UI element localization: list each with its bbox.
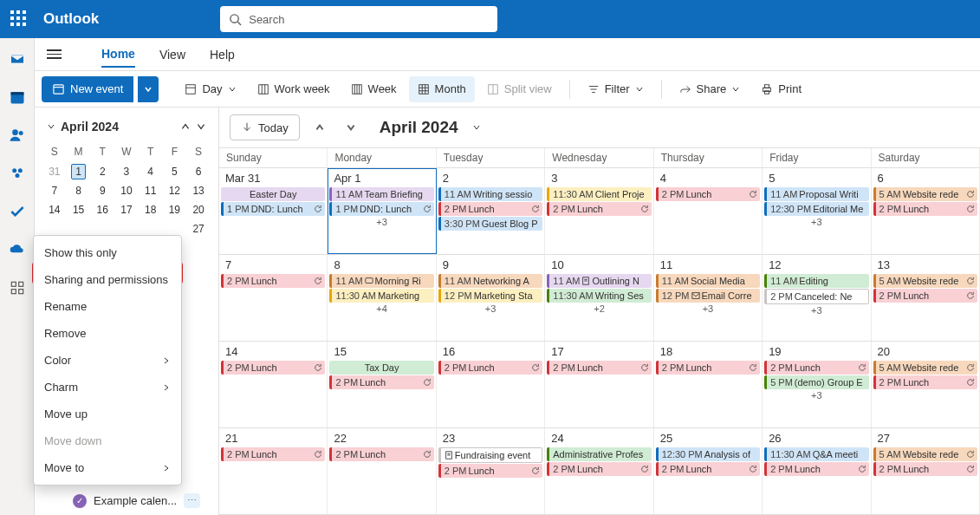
mini-day[interactable]: 16 bbox=[91, 201, 114, 218]
day-cell[interactable]: 212 PM Lunch bbox=[219, 428, 328, 514]
event[interactable]: 2 PM Lunch bbox=[873, 375, 977, 389]
event[interactable]: 12 PM Marketing Sta bbox=[438, 289, 542, 303]
mini-day[interactable]: 15 bbox=[68, 201, 90, 218]
event[interactable]: 5 AM Website rede bbox=[873, 447, 977, 461]
day-cell[interactable]: 72 PM Lunch bbox=[219, 255, 328, 341]
event[interactable]: 12 PM Email Corre bbox=[656, 289, 760, 303]
event[interactable]: 11:30 AM Marketing bbox=[329, 289, 433, 303]
event[interactable]: 11 AM Social Media bbox=[656, 274, 760, 288]
event[interactable]: 11:30 AM Q&A meeti bbox=[764, 447, 868, 461]
day-cell[interactable]: 192 PM Lunch5 PM (demo) Group E+3 bbox=[763, 342, 871, 427]
next-period-button[interactable] bbox=[340, 116, 362, 139]
menu-move-to[interactable]: Move to bbox=[34, 454, 181, 481]
mini-day[interactable]: 14 bbox=[43, 201, 66, 218]
chevron-down-icon[interactable] bbox=[47, 122, 55, 131]
event[interactable]: 11:30 AM Writing Ses bbox=[547, 289, 651, 303]
mini-day[interactable]: 6 bbox=[187, 163, 210, 180]
event[interactable]: 2 PM Lunch bbox=[547, 361, 651, 375]
mini-day[interactable]: 19 bbox=[164, 201, 186, 218]
mini-day[interactable]: 13 bbox=[187, 182, 210, 199]
event[interactable]: 2 PM Lunch bbox=[764, 361, 868, 375]
share-button[interactable]: Share bbox=[671, 76, 750, 102]
mini-day[interactable]: 3 bbox=[115, 163, 138, 180]
menu-charm[interactable]: Charm bbox=[34, 374, 181, 401]
mini-day[interactable]: 31 bbox=[43, 163, 66, 180]
day-cell[interactable]: 211 AM Writing sessio2 PM Lunch3:30 PM G… bbox=[437, 168, 545, 254]
new-event-dropdown[interactable] bbox=[138, 76, 159, 102]
event[interactable]: 5 AM Website rede bbox=[873, 361, 977, 375]
mini-day[interactable]: 9 bbox=[91, 182, 114, 199]
event[interactable]: 11 AM Editing bbox=[764, 274, 868, 288]
day-cell[interactable]: 182 PM Lunch bbox=[654, 342, 763, 427]
day-cell[interactable]: 24Administrative Profes2 PM Lunch bbox=[545, 428, 653, 514]
week-view-button[interactable]: Week bbox=[342, 76, 406, 102]
calendar-icon[interactable] bbox=[9, 88, 26, 106]
day-cell[interactable]: 222 PM Lunch bbox=[328, 428, 436, 514]
event[interactable]: Easter Day bbox=[221, 187, 325, 201]
menu-color[interactable]: Color bbox=[34, 347, 181, 374]
event[interactable]: 2 PM Lunch bbox=[873, 202, 977, 216]
day-cell[interactable]: 811 AM Morning Ri11:30 AM Marketing+4 bbox=[328, 255, 436, 341]
search-input[interactable]: Search bbox=[220, 6, 497, 32]
calendar-more-icon[interactable]: ⋯ bbox=[184, 493, 200, 508]
day-cell[interactable]: 1111 AM Social Media12 PM Email Corre+3 bbox=[654, 255, 763, 341]
event[interactable]: 5 AM Website rede bbox=[873, 274, 977, 288]
day-cell[interactable]: 172 PM Lunch bbox=[545, 342, 653, 427]
event[interactable]: 11 AM Outlining N bbox=[547, 274, 651, 288]
today-button[interactable]: Today bbox=[230, 114, 300, 140]
tab-home[interactable]: Home bbox=[101, 42, 135, 68]
menu-remove[interactable]: Remove bbox=[34, 320, 181, 347]
day-cell[interactable]: 205 AM Website rede2 PM Lunch bbox=[872, 342, 980, 427]
event[interactable]: Fundraising event bbox=[438, 447, 542, 463]
mini-day[interactable]: 17 bbox=[115, 201, 138, 218]
event[interactable]: 2 PM Lunch bbox=[221, 447, 325, 461]
day-view-button[interactable]: Day bbox=[176, 76, 244, 102]
day-cell[interactable]: 15Tax Day2 PM Lunch bbox=[328, 342, 436, 427]
mini-day[interactable]: 11 bbox=[140, 182, 162, 199]
day-cell[interactable]: Apr 111 AM Team Briefing1 PM DND: Lunch+… bbox=[328, 168, 436, 254]
print-button[interactable]: Print bbox=[752, 76, 810, 102]
menu-sharing-permissions[interactable]: Sharing and permissions bbox=[34, 266, 181, 293]
menu-rename[interactable]: Rename bbox=[34, 293, 181, 320]
day-cell[interactable]: 911 AM Networking A12 PM Marketing Sta+3 bbox=[437, 255, 545, 341]
month-view-button[interactable]: Month bbox=[409, 76, 475, 102]
event[interactable]: 1 PM DND: Lunch bbox=[221, 202, 325, 216]
mini-day[interactable]: 4 bbox=[140, 163, 162, 180]
next-month-icon[interactable] bbox=[196, 121, 206, 132]
day-cell[interactable]: 311:30 AM Client Proje2 PM Lunch bbox=[545, 168, 653, 254]
prev-month-icon[interactable] bbox=[180, 121, 191, 132]
day-cell[interactable]: 135 AM Website rede2 PM Lunch bbox=[872, 255, 980, 341]
event[interactable]: 2 PM Lunch bbox=[764, 462, 868, 476]
mini-day[interactable]: 10 bbox=[115, 182, 138, 199]
event[interactable]: 1 PM DND: Lunch bbox=[329, 202, 433, 216]
tab-view[interactable]: View bbox=[159, 42, 185, 67]
day-cell[interactable]: Mar 31Easter Day1 PM DND: Lunch bbox=[219, 168, 328, 254]
day-cell[interactable]: 2611:30 AM Q&A meeti2 PM Lunch bbox=[763, 428, 871, 514]
event[interactable]: 12:30 PM Analysis of bbox=[656, 447, 760, 461]
day-cell[interactable]: 142 PM Lunch bbox=[219, 342, 328, 427]
event[interactable]: 11 AM Writing sessio bbox=[438, 187, 542, 201]
event[interactable]: 5 PM (demo) Group E bbox=[764, 375, 868, 389]
event[interactable]: Tax Day bbox=[329, 361, 433, 375]
event[interactable]: 11 AM Morning Ri bbox=[329, 274, 433, 288]
more-events[interactable]: +3 bbox=[764, 390, 868, 401]
event[interactable]: 2 PM Lunch bbox=[547, 462, 651, 476]
event[interactable]: 2 PM Lunch bbox=[873, 462, 977, 476]
event[interactable]: 11 AM Proposal Writi bbox=[764, 187, 868, 201]
calendar-list-item[interactable]: ✓ Example calen... ⋯ bbox=[73, 493, 200, 508]
mini-calendar[interactable]: SMTWTFS 31123456789101112131415161718192… bbox=[42, 140, 211, 239]
day-cell[interactable]: 23Fundraising event2 PM Lunch bbox=[437, 428, 545, 514]
prev-period-button[interactable] bbox=[308, 116, 331, 139]
more-events[interactable]: +3 bbox=[329, 217, 433, 227]
event[interactable]: 2 PM Lunch bbox=[438, 202, 542, 216]
day-cell[interactable]: 42 PM Lunch bbox=[654, 168, 763, 254]
mail-icon[interactable] bbox=[9, 50, 26, 68]
more-events[interactable]: +2 bbox=[547, 303, 651, 314]
more-apps-icon[interactable] bbox=[9, 279, 26, 297]
tab-help[interactable]: Help bbox=[210, 42, 235, 67]
day-cell[interactable]: 162 PM Lunch bbox=[437, 342, 545, 427]
mini-day[interactable]: 7 bbox=[43, 182, 66, 199]
event[interactable]: 2 PM Lunch bbox=[221, 274, 325, 288]
todo-icon[interactable] bbox=[9, 203, 26, 220]
event[interactable]: Administrative Profes bbox=[547, 447, 651, 461]
